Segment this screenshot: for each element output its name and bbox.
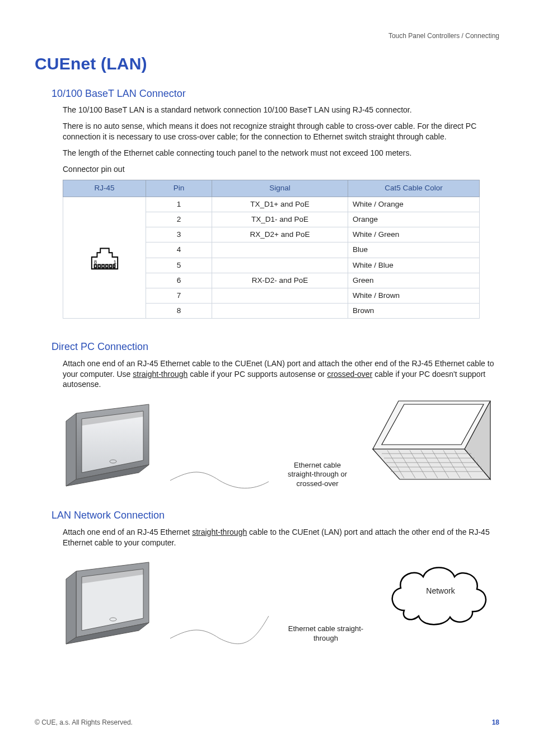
- cable-label-line1: Ethernet cable: [281, 461, 354, 470]
- svg-rect-3: [105, 265, 107, 268]
- svg-marker-31: [66, 571, 76, 644]
- rj45-connector-icon: 8 1: [88, 240, 121, 272]
- svg-text:1: 1: [113, 259, 116, 265]
- para-connector-2: There is no auto sense, which means it d…: [63, 121, 499, 142]
- para-direct-pc: Attach one end of an RJ-45 Ethernet cabl…: [63, 358, 499, 390]
- rj45-diagram-cell: 8 1: [63, 197, 146, 319]
- text-underline: crossed-over: [327, 370, 372, 379]
- th-pin: Pin: [146, 180, 212, 197]
- rj45-pin-8-label: 8: [93, 259, 96, 265]
- cell-color: Blue: [348, 242, 480, 258]
- cell-signal: [212, 288, 348, 303]
- touch-panel-icon: [63, 396, 158, 492]
- network-cloud-icon: [382, 554, 499, 650]
- cell-color: White / Green: [348, 227, 480, 242]
- svg-rect-1: [98, 265, 100, 268]
- cell-pin: 3: [146, 227, 212, 242]
- svg-text:8: 8: [93, 259, 96, 265]
- cell-color: White / Orange: [348, 197, 480, 212]
- diagram-direct-pc: Ethernet cable straight-through or cross…: [63, 396, 499, 492]
- th-color: Cat5 Cable Color: [348, 180, 480, 197]
- page-footer: © CUE, a.s. All Rights Reserved. 18: [35, 718, 499, 727]
- cell-color: White / Blue: [348, 258, 480, 273]
- breadcrumb-text: Touch Panel Controllers / Connecting: [388, 32, 499, 40]
- cell-color: Brown: [348, 304, 480, 319]
- cell-pin: 1: [146, 197, 212, 212]
- para-connector-3: The length of the Ethernet cable connect…: [63, 148, 499, 158]
- cable-line: [169, 396, 270, 492]
- cable-line: [169, 554, 270, 650]
- text-underline: straight-through: [133, 370, 188, 379]
- table-row: 8 1 1 TX_D1+ and PoE White / Orange: [63, 197, 480, 212]
- cable-label: Ethernet cable straight-through: [281, 624, 371, 643]
- cable-label: Ethernet cable straight-through or cross…: [281, 461, 354, 488]
- touch-panel-icon: [63, 554, 158, 650]
- cell-signal: RX_D2+ and PoE: [212, 227, 348, 242]
- network-cloud-label: Network: [382, 586, 499, 596]
- cell-signal: TX_D1- and PoE: [212, 212, 348, 227]
- svg-rect-2: [102, 265, 104, 268]
- text-fragment: Attach one end of an RJ-45 Ethernet: [63, 528, 192, 536]
- cell-pin: 2: [146, 212, 212, 227]
- breadcrumb: Touch Panel Controllers / Connecting: [35, 31, 499, 40]
- text-underline: straight-through: [192, 528, 247, 536]
- cell-pin: 6: [146, 273, 212, 288]
- svg-rect-4: [109, 265, 111, 268]
- cell-pin: 8: [146, 304, 212, 319]
- cell-signal: RX-D2- and PoE: [212, 273, 348, 288]
- cell-color: Orange: [348, 212, 480, 227]
- svg-rect-0: [94, 265, 96, 268]
- section-heading-connector: 10/100 BaseT LAN Connector: [51, 87, 499, 100]
- footer-page-number: 18: [492, 718, 499, 727]
- th-signal: Signal: [212, 180, 348, 197]
- svg-marker-9: [66, 413, 76, 486]
- table-header-row: RJ-45 Pin Signal Cat5 Cable Color: [63, 180, 480, 197]
- laptop-icon: [365, 396, 499, 492]
- th-rj45: RJ-45: [63, 180, 146, 197]
- section-heading-lan: LAN Network Connection: [51, 508, 499, 522]
- cable-label-line2: straight-through or crossed-over: [281, 470, 354, 488]
- cell-signal: TX_D1+ and PoE: [212, 197, 348, 212]
- svg-rect-5: [113, 265, 115, 268]
- cell-color: White / Brown: [348, 288, 480, 303]
- cable-label-line1: Ethernet cable straight-through: [281, 624, 371, 643]
- pinout-table: RJ-45 Pin Signal Cat5 Cable Color: [63, 180, 480, 319]
- cell-signal: [212, 242, 348, 258]
- cell-signal: [212, 258, 348, 273]
- text-fragment: cable if your PC supports autosense or: [188, 370, 327, 379]
- footer-copyright: © CUE, a.s. All Rights Reserved.: [35, 718, 133, 727]
- cell-pin: 4: [146, 242, 212, 258]
- para-connector-4: Connector pin out: [63, 164, 499, 175]
- cell-pin: 5: [146, 258, 212, 273]
- rj45-pin-1-label: 1: [113, 259, 116, 265]
- cell-pin: 7: [146, 288, 212, 303]
- diagram-lan: Ethernet cable straight-through Network: [63, 554, 499, 650]
- para-lan: Attach one end of an RJ-45 Ethernet stra…: [63, 527, 499, 548]
- para-connector-1: The 10/100 BaseT LAN is a standard netwo…: [63, 105, 499, 115]
- cell-signal: [212, 304, 348, 319]
- page-title: CUEnet (LAN): [35, 53, 499, 76]
- section-heading-direct-pc: Direct PC Connection: [51, 340, 499, 353]
- cell-color: Green: [348, 273, 480, 288]
